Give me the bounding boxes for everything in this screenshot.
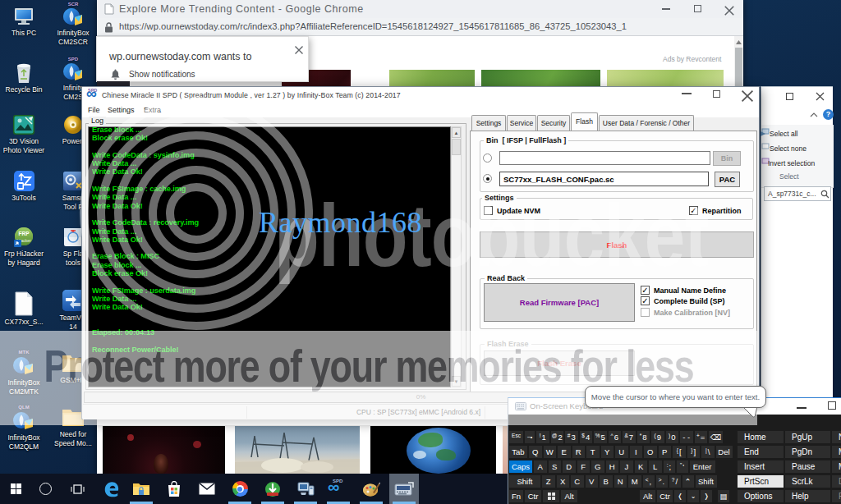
svg-text:FRP: FRP [19,231,30,236]
svg-text:Protect more of your memories: Protect more of your memories for less [44,340,694,392]
